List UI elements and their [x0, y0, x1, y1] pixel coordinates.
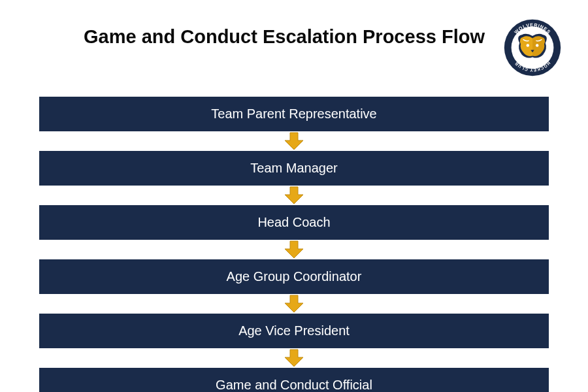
step-label: Head Coach: [257, 215, 330, 229]
arrow-down-icon: [284, 348, 304, 368]
step-label: Team Parent Representative: [211, 106, 376, 121]
arrow-down-icon: [284, 131, 304, 151]
step-age-vice-president: Age Vice President: [39, 314, 549, 348]
step-age-group-coordinator: Age Group Coordinator: [39, 259, 549, 294]
club-logo: WOLVERINES HOCKEY CLUB: [503, 18, 562, 77]
arrow-down-icon: [284, 294, 304, 314]
step-label: Team Manager: [250, 161, 337, 175]
step-label: Game and Conduct Official: [216, 378, 372, 392]
header: Game and Conduct Escalation Process Flow…: [0, 0, 588, 90]
step-label: Age Group Coordinator: [227, 269, 362, 284]
arrow-down-icon: [284, 186, 304, 205]
step-team-manager: Team Manager: [39, 151, 549, 186]
arrow-down-icon: [284, 240, 304, 259]
escalation-flow: Team Parent Representative Team Manager …: [0, 97, 588, 392]
svg-point-5: [536, 44, 539, 47]
page-title: Game and Conduct Escalation Process Flow: [65, 26, 503, 48]
step-team-parent-rep: Team Parent Representative: [39, 97, 549, 131]
svg-point-4: [527, 44, 530, 47]
step-label: Age Vice President: [238, 323, 350, 338]
step-game-conduct-official: Game and Conduct Official: [39, 368, 549, 392]
wolverines-logo-icon: WOLVERINES HOCKEY CLUB: [503, 18, 562, 77]
step-head-coach: Head Coach: [39, 205, 549, 240]
